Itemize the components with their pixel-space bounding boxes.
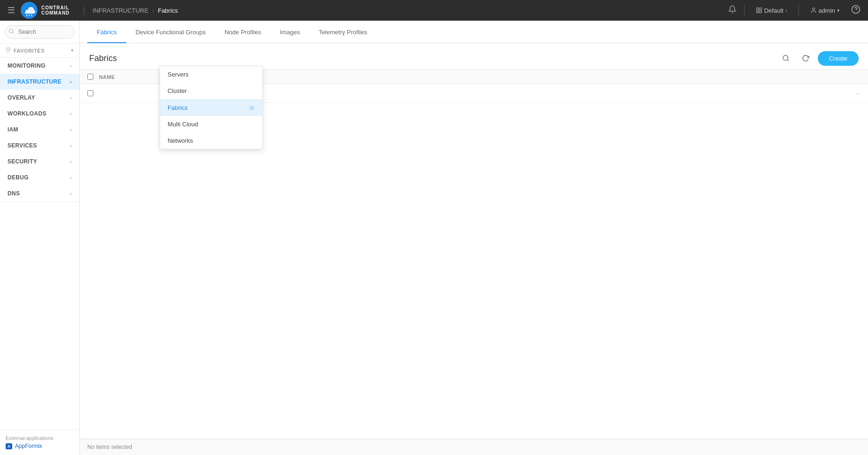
services-chevron-icon: › (70, 143, 72, 148)
infrastructure-label: INFRASTRUCTURE (8, 78, 61, 85)
nav-divider-2 (799, 5, 799, 16)
menu-item-cluster[interactable]: Cluster (160, 83, 262, 99)
sidebar-bottom: External applications: A AppFormix (0, 429, 79, 455)
menu-item-networks[interactable]: Networks (160, 132, 262, 149)
sidebar-item-security[interactable]: SECURITY › (0, 154, 79, 170)
svg-line-15 (787, 60, 789, 61)
appformix-label: AppFormix (15, 443, 42, 449)
svg-point-14 (783, 55, 788, 61)
cluster-label: Cluster (168, 87, 187, 94)
create-button[interactable]: Create (818, 51, 859, 66)
cloud-icon (21, 2, 38, 19)
security-chevron-icon: › (70, 159, 72, 164)
user-icon (810, 7, 817, 14)
sidebar-item-workloads[interactable]: WORKLOADS › (0, 106, 79, 122)
fabrics-label: Fabrics (168, 104, 188, 111)
tabs-bar: Fabrics Device Functional Groups Node Pr… (80, 21, 868, 43)
nav-separator: | (83, 6, 85, 15)
pin-icon (6, 47, 11, 54)
name-column-header: NAME (99, 74, 115, 80)
sidebar-item-dns[interactable]: DNS › (0, 185, 79, 201)
row-menu-icon[interactable]: ··· (855, 90, 860, 97)
favorites-section[interactable]: FAVORITES ▾ (0, 44, 79, 58)
infrastructure-menu: Servers Cluster Fabrics ☆ Multi Cloud (160, 66, 263, 149)
svg-rect-4 (756, 8, 758, 10)
menu-item-servers[interactable]: Servers (160, 66, 262, 83)
admin-label: admin (819, 7, 835, 14)
sidebar-item-services[interactable]: SERVICES › (0, 138, 79, 154)
main-layout: FAVORITES ▾ MONITORING › INFRASTRUCTURE … (0, 21, 868, 455)
breadcrumb-parent[interactable]: INFRASTRUCTURE (92, 7, 148, 14)
services-label: SERVICES (8, 142, 37, 149)
favorites-chevron-icon: ▾ (71, 47, 74, 54)
svg-rect-6 (760, 11, 761, 13)
search-input[interactable] (5, 25, 75, 39)
monitoring-chevron-icon: › (70, 63, 72, 69)
sidebar-item-infrastructure[interactable]: INFRASTRUCTURE › (0, 74, 79, 90)
svg-rect-7 (756, 11, 758, 13)
tab-fabrics[interactable]: Fabrics (87, 22, 126, 43)
select-all-checkbox[interactable] (87, 74, 93, 80)
admin-dropdown-icon: ▾ (837, 8, 840, 14)
topnav: ☰ CONTRAIL COMMAND | INFRASTRUCTURE › Fa… (0, 0, 868, 21)
favorites-label-text: FAVORITES (14, 48, 45, 54)
page-actions: Create (778, 51, 859, 66)
tab-images[interactable]: Images (270, 22, 309, 43)
sidebar-item-overlay[interactable]: OVERLAY › (0, 90, 79, 106)
sidebar-item-monitoring[interactable]: MONITORING › (0, 58, 79, 74)
servers-label: Servers (168, 71, 189, 78)
svg-rect-5 (760, 8, 761, 10)
workspace-selector[interactable]: Default › (752, 5, 791, 16)
workspace-icon (756, 7, 762, 14)
breadcrumb-current: Fabrics (158, 7, 178, 14)
row-checkbox[interactable] (87, 90, 93, 96)
search-icon (8, 29, 14, 36)
menu-item-multi-cloud[interactable]: Multi Cloud (160, 116, 262, 132)
page-content: Fabrics Create (80, 43, 868, 455)
iam-label: IAM (8, 126, 18, 133)
workspace-arrow: › (785, 8, 787, 13)
refresh-button[interactable] (798, 51, 813, 66)
nav-divider (744, 5, 745, 16)
appformix-logo-box: A (6, 443, 12, 449)
favorite-star-icon[interactable]: ☆ (249, 104, 255, 111)
search-icon (782, 54, 790, 62)
sidebar-item-iam[interactable]: IAM › (0, 122, 79, 138)
external-apps-label: External applications: (6, 435, 74, 441)
status-text: No items selected (87, 444, 132, 450)
iam-chevron-icon: › (70, 127, 72, 132)
search-box (0, 21, 79, 44)
appformix-logo[interactable]: A AppFormix (6, 443, 74, 449)
tab-device-functional-groups[interactable]: Device Functional Groups (126, 22, 215, 43)
debug-label: DEBUG (8, 174, 29, 181)
admin-user-selector[interactable]: admin ▾ (807, 5, 844, 16)
tab-node-profiles[interactable]: Node Profiles (215, 22, 270, 43)
security-label: SECURITY (8, 158, 37, 165)
svg-point-11 (9, 29, 13, 33)
workloads-label: WORKLOADS (8, 110, 46, 117)
hamburger-icon[interactable]: ☰ (8, 5, 15, 15)
sidebar-item-debug[interactable]: DEBUG › (0, 170, 79, 185)
debug-chevron-icon: › (70, 175, 72, 180)
networks-label: Networks (168, 137, 193, 144)
menu-item-fabrics[interactable]: Fabrics ☆ (160, 99, 262, 116)
infrastructure-chevron-icon: › (70, 79, 72, 85)
overlay-label: OVERLAY (8, 94, 35, 101)
tab-telemetry-profiles[interactable]: Telemetry Profiles (309, 22, 376, 43)
workspace-label: Default (764, 7, 784, 14)
refresh-icon (802, 54, 809, 62)
svg-line-12 (12, 32, 13, 33)
logo-text: CONTRAIL COMMAND (41, 5, 69, 15)
help-icon[interactable] (851, 5, 860, 16)
breadcrumb: INFRASTRUCTURE › Fabrics (92, 7, 178, 14)
overlay-chevron-icon: › (70, 95, 72, 100)
content-area: Fabrics Device Functional Groups Node Pr… (80, 21, 868, 455)
page-title: Fabrics (89, 54, 117, 63)
workloads-chevron-icon: › (70, 111, 72, 116)
svg-point-8 (812, 8, 814, 10)
notification-bell-icon[interactable] (728, 5, 737, 15)
search-button[interactable] (778, 51, 793, 66)
dns-label: DNS (8, 190, 20, 197)
svg-point-13 (8, 49, 9, 50)
breadcrumb-arrow: › (152, 7, 154, 14)
